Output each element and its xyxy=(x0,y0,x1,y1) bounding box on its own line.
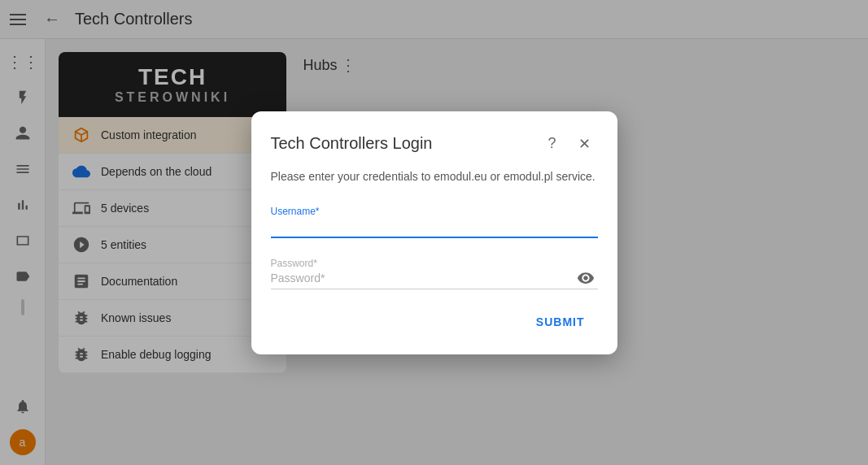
username-label: Username* xyxy=(271,206,320,217)
dialog-actions: SUBMIT xyxy=(271,309,598,335)
submit-button[interactable]: SUBMIT xyxy=(523,309,598,335)
dialog-subtitle: Please enter your credentials to emodul.… xyxy=(271,170,598,183)
dialog-header: Tech Controllers Login ? ✕ xyxy=(271,131,598,157)
close-button[interactable]: ✕ xyxy=(572,131,598,157)
help-icon[interactable]: ? xyxy=(539,131,565,157)
dialog-title: Tech Controllers Login xyxy=(271,134,433,153)
dialog-header-icons: ? ✕ xyxy=(539,131,598,157)
dialog-overlay: Tech Controllers Login ? ✕ Please enter … xyxy=(0,0,868,465)
password-field-container: Password* xyxy=(271,254,598,289)
username-field-container: Username* xyxy=(271,202,598,238)
password-input[interactable] xyxy=(271,254,598,289)
password-label: Password* xyxy=(271,258,317,269)
login-dialog: Tech Controllers Login ? ✕ Please enter … xyxy=(251,111,617,354)
show-password-icon[interactable] xyxy=(577,269,595,291)
